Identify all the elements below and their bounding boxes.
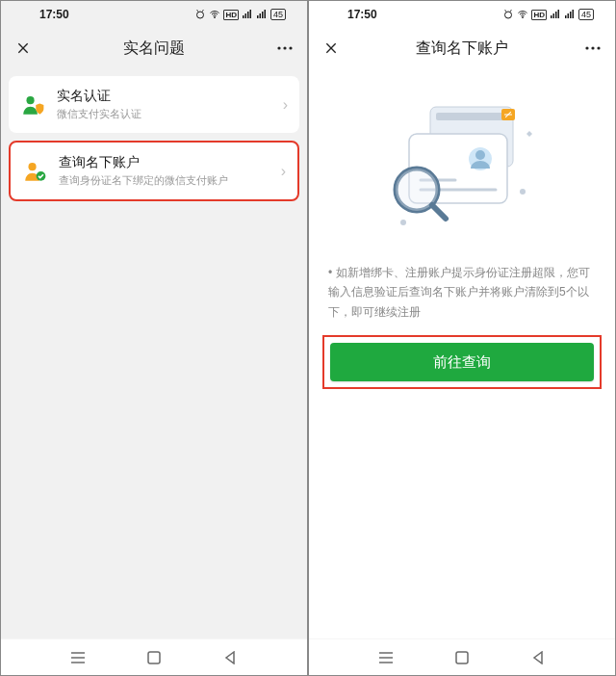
nav-bar: 实名问题 (1, 28, 307, 68)
svg-rect-8 (262, 12, 264, 18)
battery-indicator: 45 (578, 9, 594, 20)
svg-point-21 (523, 17, 524, 18)
menu-icon (70, 652, 86, 663)
square-icon (147, 651, 161, 664)
menu-icon (378, 652, 394, 663)
cta-label: 前往查询 (433, 353, 491, 372)
list-item-realname-auth[interactable]: 实名认证 微信支付实名认证 › (9, 76, 299, 133)
sys-home-button[interactable] (452, 648, 472, 667)
more-button[interactable] (274, 38, 295, 59)
hd-icon: HD (223, 10, 239, 20)
svg-rect-26 (565, 15, 567, 18)
close-button[interactable] (321, 38, 342, 59)
status-time: 17:50 (330, 8, 502, 21)
svg-rect-5 (249, 10, 251, 18)
svg-rect-28 (570, 12, 572, 18)
status-bar: 17:50 HD 45 (309, 1, 615, 28)
battery-indicator: 45 (270, 9, 286, 20)
svg-point-20 (505, 12, 512, 18)
item-texts: 查询名下账户 查询身份证名下绑定的微信支付账户 (59, 154, 270, 188)
svg-point-12 (289, 46, 292, 49)
svg-point-14 (29, 163, 37, 170)
page-title: 查询名下账户 (416, 39, 508, 59)
go-query-button[interactable]: 前往查询 (330, 343, 594, 381)
alarm-icon (194, 9, 206, 20)
signal-icon-1 (242, 9, 253, 20)
more-icon (584, 45, 602, 51)
svg-point-10 (277, 46, 280, 49)
system-nav-bar (1, 638, 307, 675)
sys-back-button[interactable] (528, 648, 548, 667)
svg-point-11 (283, 46, 286, 49)
bullet: • (328, 266, 332, 279)
person-shield-icon (20, 92, 45, 117)
svg-point-40 (475, 150, 485, 160)
svg-rect-7 (259, 13, 261, 18)
svg-rect-23 (552, 13, 554, 18)
person-check-icon (22, 159, 47, 184)
status-time: 17:50 (22, 8, 194, 21)
svg-rect-2 (243, 15, 244, 18)
svg-point-31 (591, 46, 594, 49)
chevron-right-icon: › (283, 96, 288, 114)
info-text: • 如新增绑卡、注册账户提示身份证注册超限，您可输入信息验证后查询名下账户并将账… (322, 263, 602, 322)
signal-icon-1 (550, 9, 561, 20)
svg-rect-51 (456, 652, 468, 663)
status-icons: HD 45 (502, 9, 594, 20)
list-item-query-accounts[interactable]: 查询名下账户 查询身份证名下绑定的微信支付账户 › (9, 141, 299, 201)
svg-rect-25 (557, 10, 559, 18)
wifi-icon (209, 9, 220, 20)
svg-line-45 (432, 205, 446, 219)
item-title: 实名认证 (57, 88, 271, 105)
signal-icon-2 (256, 9, 268, 20)
more-button[interactable] (582, 38, 603, 59)
svg-rect-3 (244, 13, 246, 18)
cta-highlight-box: 前往查询 (322, 335, 602, 389)
close-icon (323, 40, 339, 56)
item-texts: 实名认证 微信支付实名认证 (57, 88, 271, 121)
svg-rect-24 (555, 12, 557, 18)
svg-point-13 (27, 96, 35, 104)
hd-icon: HD (531, 10, 547, 20)
chevron-right-icon: › (281, 163, 286, 180)
item-title: 查询名下账户 (59, 154, 270, 171)
sys-back-button[interactable] (220, 648, 240, 667)
alarm-icon (502, 9, 514, 20)
svg-point-32 (597, 46, 600, 49)
close-icon (15, 40, 31, 56)
svg-rect-34 (436, 113, 507, 120)
sys-home-button[interactable] (144, 648, 164, 667)
id-card-illustration (380, 95, 544, 240)
svg-rect-19 (148, 652, 160, 663)
system-nav-bar (309, 638, 615, 675)
back-triangle-icon (224, 651, 236, 664)
svg-rect-6 (257, 15, 259, 18)
content-area: 实名认证 微信支付实名认证 › 查询名下账户 查询身份证名下绑定的微信支付账户 … (1, 68, 307, 638)
nav-bar: 查询名下账户 (309, 28, 615, 68)
svg-rect-22 (551, 15, 552, 18)
info-text-content: 如新增绑卡、注册账户提示身份证注册超限，您可输入信息验证后查询名下账户并将账户清… (328, 266, 590, 319)
back-triangle-icon (532, 651, 544, 664)
svg-point-0 (197, 12, 204, 18)
square-icon (455, 651, 469, 664)
svg-rect-9 (264, 10, 266, 18)
svg-point-46 (400, 220, 406, 225)
svg-rect-4 (247, 12, 249, 18)
item-subtitle: 查询身份证名下绑定的微信支付账户 (59, 173, 270, 188)
phone-screen-right: 17:50 HD 45 查询名下账户 (308, 0, 616, 676)
svg-point-1 (215, 17, 216, 18)
phone-screen-left: 17:50 HD 45 实名问题 实名认证 微信支付实名认证 (0, 0, 308, 676)
item-subtitle: 微信支付实名认证 (57, 107, 271, 121)
sys-menu-button[interactable] (68, 648, 88, 667)
sys-menu-button[interactable] (376, 648, 396, 667)
svg-point-47 (520, 189, 526, 195)
more-icon (276, 45, 294, 51)
wifi-icon (517, 9, 528, 20)
close-button[interactable] (13, 38, 34, 59)
svg-rect-29 (572, 10, 574, 18)
status-bar: 17:50 HD 45 (1, 1, 307, 28)
status-icons: HD 45 (194, 9, 286, 20)
signal-icon-2 (564, 9, 576, 20)
svg-rect-27 (567, 13, 569, 18)
page-title: 实名问题 (123, 39, 185, 59)
